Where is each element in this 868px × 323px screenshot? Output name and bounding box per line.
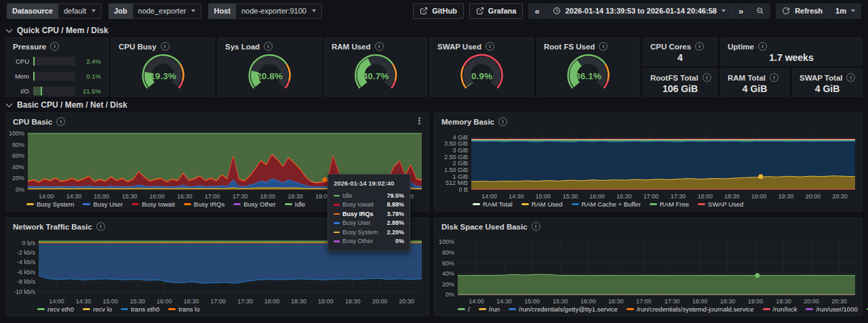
legend-item[interactable]: RAM Total: [473, 200, 513, 208]
info-icon[interactable]: i: [96, 222, 105, 231]
svg-text:20:00: 20:00: [805, 193, 821, 200]
info-icon[interactable]: i: [695, 42, 704, 51]
topbar-actions: GitHub Grafana « 2026-01-14 13:39:53 to …: [413, 3, 861, 19]
info-icon[interactable]: i: [758, 42, 767, 51]
info-icon[interactable]: i: [846, 73, 855, 82]
svg-text:16:00: 16:00: [157, 298, 172, 305]
info-icon[interactable]: i: [50, 42, 59, 51]
svg-text:40.7%: 40.7%: [363, 71, 389, 81]
svg-text:14:30: 14:30: [496, 298, 512, 305]
datasource-select[interactable]: default: [58, 3, 102, 19]
legend-item[interactable]: recv lo: [83, 305, 112, 313]
legend-item[interactable]: Busy IRQs: [184, 200, 224, 208]
legend-label: /run/credentials/getty@tty1.service: [519, 305, 618, 313]
tooltip-series-value: 8.88%: [387, 201, 404, 208]
pressure-bar-fill: [33, 87, 42, 95]
cpu-busy-gauge: 19.3%: [112, 51, 214, 93]
legend-swatch: [698, 203, 705, 205]
stat-value: 4: [644, 52, 717, 63]
svg-text:17:00: 17:00: [205, 193, 220, 200]
legend-item[interactable]: /run/credentials/getty@tty1.service: [509, 305, 618, 313]
legend-item[interactable]: trans lo: [168, 305, 199, 313]
info-icon[interactable]: i: [703, 73, 711, 82]
svg-text:16:30: 16:30: [184, 298, 199, 305]
time-range-text: 2026-01-14 13:39:53 to 2026-01-14 20:46:…: [566, 7, 717, 15]
svg-text:20:00: 20:00: [804, 298, 819, 305]
time-range-button[interactable]: 2026-01-14 13:39:53 to 2026-01-14 20:46:…: [547, 3, 732, 19]
info-icon[interactable]: i: [56, 117, 65, 126]
info-icon[interactable]: i: [161, 42, 170, 51]
external-link-icon: [420, 7, 428, 15]
time-shift-back-button[interactable]: «: [528, 3, 545, 19]
svg-text:15:30: 15:30: [553, 298, 568, 305]
panel-title-text: Pressure: [13, 43, 46, 51]
section-quick-cpu-mem-disk[interactable]: Quick CPU / Mem / Disk: [7, 26, 108, 35]
svg-text:14:00: 14:00: [469, 298, 484, 305]
legend-item[interactable]: RAM Free: [650, 200, 689, 208]
svg-text:-6 kb/s: -6 kb/s: [17, 269, 36, 276]
variable-datasource: Datasource default: [7, 3, 102, 19]
panel-menu-icon[interactable]: ⋮: [415, 116, 424, 125]
chevron-down-icon: [722, 9, 726, 12]
panel-title: RootFS Totali: [644, 69, 717, 82]
svg-text:16:30: 16:30: [616, 193, 632, 200]
host-select[interactable]: node-exporter:9100: [236, 3, 322, 19]
legend-item[interactable]: SWAP Used: [698, 200, 743, 208]
legend-item[interactable]: Busy User: [83, 200, 123, 208]
legend-item[interactable]: /run/lock: [763, 305, 797, 313]
legend-item[interactable]: Busy System: [26, 200, 74, 208]
info-icon[interactable]: i: [486, 42, 494, 51]
info-icon[interactable]: i: [375, 42, 384, 51]
info-icon[interactable]: i: [498, 117, 507, 126]
job-select[interactable]: node_exporter: [133, 3, 202, 19]
github-label: GitHub: [432, 7, 457, 15]
section-basic-cpu-mem-net-disk[interactable]: Basic CPU / Mem / Net / Disk: [7, 100, 127, 110]
chevron-down-icon: [6, 26, 13, 33]
pressure-bar-fill: [33, 57, 35, 66]
svg-text:-10 kb/s: -10 kb/s: [14, 288, 36, 295]
github-link-button[interactable]: GitHub: [413, 3, 464, 19]
svg-text:15:00: 15:00: [536, 193, 551, 200]
panel-pressure: Pressurei CPU 2.4% Mem 0.1% I/O 21.5%: [5, 37, 108, 97]
chevron-down-icon: [312, 9, 316, 12]
info-icon[interactable]: i: [599, 42, 608, 51]
svg-text:17:00: 17:00: [636, 298, 652, 305]
info-icon[interactable]: i: [264, 42, 273, 51]
svg-text:16:00: 16:00: [589, 193, 605, 200]
legend-item[interactable]: /: [458, 305, 470, 313]
info-icon[interactable]: i: [532, 222, 540, 231]
legend-item[interactable]: Busy Other: [233, 200, 276, 208]
pressure-bar-mem: [33, 72, 75, 81]
svg-text:60%: 60%: [442, 260, 454, 267]
legend-item[interactable]: /run/credentials/systemd-journald.servic…: [627, 305, 754, 313]
legend-swatch: [83, 203, 90, 205]
panel-uptime: Uptimei 1.7 weeks: [720, 37, 863, 66]
zoom-out-time-button[interactable]: [750, 3, 770, 19]
legend-item[interactable]: /run/user/1000: [806, 305, 857, 313]
tooltip-rows: Idle79.5%Busy Iowait8.88%Busy IRQs3.78%B…: [334, 191, 404, 246]
info-icon[interactable]: i: [770, 73, 778, 82]
legend-item[interactable]: Busy Iowait: [132, 200, 175, 208]
grafana-link-button[interactable]: Grafana: [469, 3, 524, 19]
legend-item[interactable]: trans eth0: [121, 305, 159, 313]
svg-text:1.50 GiB: 1.50 GiB: [444, 167, 468, 173]
panel-title: Memory Basici: [435, 113, 862, 126]
legend-item[interactable]: RAM Used: [521, 200, 563, 208]
svg-text:2.50 GiB: 2.50 GiB: [444, 154, 468, 160]
tooltip-series-value: 2.88%: [387, 219, 404, 226]
legend-item[interactable]: /run: [479, 305, 500, 313]
svg-text:19:00: 19:00: [751, 193, 767, 200]
legend-item[interactable]: RAM Cache + Buffer: [572, 200, 641, 208]
refresh-interval-select[interactable]: 1m: [829, 3, 861, 19]
legend-item[interactable]: recv eth0: [37, 305, 74, 313]
svg-text:1 GiB: 1 GiB: [452, 173, 468, 180]
panel-title-text: RAM Total: [728, 74, 766, 82]
panel-title-text: Memory Basic: [441, 118, 494, 126]
tooltip-series-label: Idle: [342, 192, 387, 199]
legend-item[interactable]: Idle: [285, 200, 305, 208]
svg-text:20:30: 20:30: [832, 193, 848, 200]
time-shift-forward-button[interactable]: »: [732, 3, 749, 19]
legend-swatch: [572, 203, 579, 205]
topbar: Datasource default Job node_exporter Hos…: [0, 0, 868, 22]
refresh-button[interactable]: Refresh: [776, 3, 829, 19]
